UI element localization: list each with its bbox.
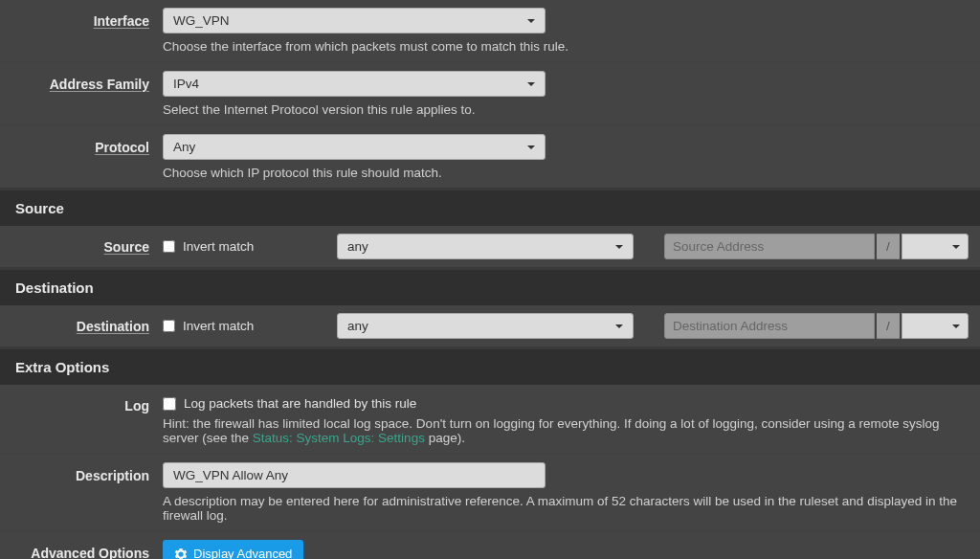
destination-mask-select[interactable] [902,313,969,339]
protocol-row: Protocol Any Choose which IP protocol th… [0,126,980,188]
destination-select[interactable]: any [337,313,634,339]
destination-invert-checkbox[interactable] [163,320,175,332]
destination-address-input[interactable] [664,313,875,339]
source-mask-select[interactable] [902,234,969,259]
log-help: Hint: the firewall has limited local log… [163,416,961,445]
source-address-input[interactable] [664,234,875,259]
source-invert-checkbox[interactable] [163,240,175,253]
display-advanced-button[interactable]: Display Advanced [163,540,303,559]
description-row: Description A description may be entered… [0,455,980,530]
interface-help: Choose the interface from which packets … [163,39,961,54]
description-input[interactable] [163,462,546,488]
interface-label: Interface [94,13,149,29]
address-family-label: Address Family [50,77,149,92]
destination-row: Destination Invert match any / [0,305,980,347]
source-label: Source [104,239,149,255]
extra-options-section-header: Extra Options [0,349,980,385]
source-row: Source Invert match any / [0,226,980,267]
address-family-help: Select the Internet Protocol version thi… [163,102,961,117]
log-checkbox[interactable] [163,397,176,411]
description-label: Description [76,468,149,483]
log-label: Log [124,398,149,414]
destination-slash-label: / [877,313,900,339]
log-checkbox-label: Log packets that are handled by this rul… [184,396,416,411]
interface-row: Interface WG_VPN Choose the interface fr… [0,0,980,61]
destination-section-header: Destination [0,270,980,305]
log-row: Log Log packets that are handled by this… [0,385,980,453]
address-family-row: Address Family IPv4 Select the Internet … [0,63,980,124]
destination-label: Destination [77,319,149,334]
protocol-select[interactable]: Any [163,134,546,160]
address-family-select[interactable]: IPv4 [163,71,546,97]
protocol-help: Choose which IP protocol this rule shoul… [163,166,961,180]
description-help: A description may be entered here for ad… [163,494,961,523]
source-section-header: Source [0,190,980,226]
advanced-options-row: Advanced Options Display Advanced [0,532,980,559]
source-slash-label: / [877,234,900,259]
source-invert-label: Invert match [183,239,254,254]
interface-select[interactable]: WG_VPN [163,8,546,34]
advanced-options-label: Advanced Options [31,546,149,559]
destination-invert-label: Invert match [183,319,254,333]
protocol-label: Protocol [95,140,149,155]
gear-icon [174,548,188,560]
log-help-link[interactable]: Status: System Logs: Settings [253,431,425,445]
source-select[interactable]: any [337,234,634,259]
display-advanced-label: Display Advanced [193,547,292,559]
